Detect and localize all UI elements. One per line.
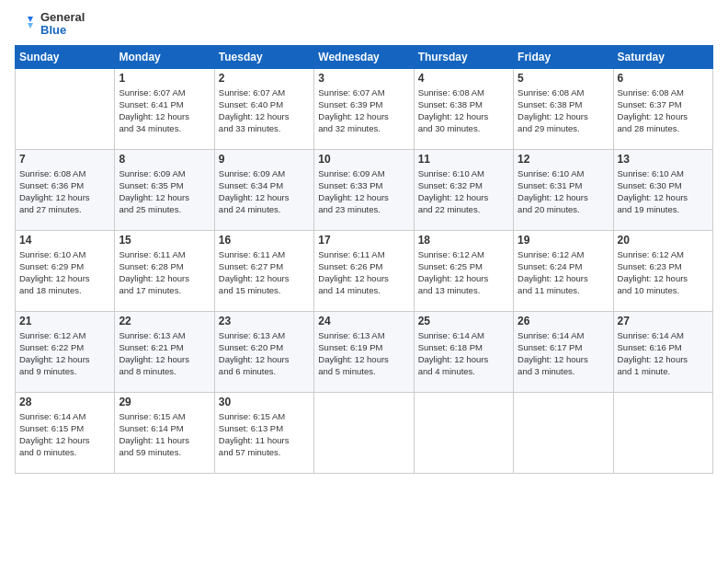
day-info: Sunrise: 6:09 AMSunset: 6:34 PMDaylight:… (219, 167, 310, 216)
day-number: 4 (418, 72, 509, 85)
weekday-header-sunday: Sunday (16, 45, 115, 68)
day-info: Sunrise: 6:10 AMSunset: 6:32 PMDaylight:… (418, 167, 509, 216)
calendar-week-row: 14Sunrise: 6:10 AMSunset: 6:29 PMDayligh… (16, 230, 713, 311)
day-info: Sunrise: 6:10 AMSunset: 6:30 PMDaylight:… (618, 167, 709, 216)
day-info: Sunrise: 6:11 AMSunset: 6:28 PMDaylight:… (119, 248, 210, 297)
calendar-cell: 11Sunrise: 6:10 AMSunset: 6:32 PMDayligh… (414, 149, 513, 230)
day-number: 18 (418, 234, 509, 247)
calendar-week-row: 7Sunrise: 6:08 AMSunset: 6:36 PMDaylight… (16, 149, 713, 230)
calendar-cell: 13Sunrise: 6:10 AMSunset: 6:30 PMDayligh… (613, 149, 712, 230)
calendar-cell: 3Sunrise: 6:07 AMSunset: 6:39 PMDaylight… (314, 68, 414, 149)
day-info: Sunrise: 6:15 AMSunset: 6:14 PMDaylight:… (119, 410, 210, 459)
calendar-cell: 18Sunrise: 6:12 AMSunset: 6:25 PMDayligh… (414, 230, 513, 311)
day-number: 6 (618, 72, 709, 85)
day-info: Sunrise: 6:12 AMSunset: 6:24 PMDaylight:… (518, 248, 609, 297)
calendar-table: SundayMondayTuesdayWednesdayThursdayFrid… (15, 45, 713, 474)
day-info: Sunrise: 6:09 AMSunset: 6:33 PMDaylight:… (318, 167, 409, 216)
day-info: Sunrise: 6:07 AMSunset: 6:40 PMDaylight:… (219, 86, 310, 135)
weekday-header-friday: Friday (514, 45, 613, 68)
calendar-cell: 23Sunrise: 6:13 AMSunset: 6:20 PMDayligh… (214, 311, 313, 392)
calendar-cell: 27Sunrise: 6:14 AMSunset: 6:16 PMDayligh… (613, 311, 712, 392)
day-number: 17 (318, 234, 409, 247)
day-number: 2 (219, 72, 310, 85)
calendar-cell (514, 392, 613, 473)
day-info: Sunrise: 6:10 AMSunset: 6:29 PMDaylight:… (19, 248, 110, 297)
calendar-cell: 17Sunrise: 6:11 AMSunset: 6:26 PMDayligh… (314, 230, 414, 311)
calendar-week-row: 1Sunrise: 6:07 AMSunset: 6:41 PMDaylight… (16, 68, 713, 149)
day-number: 1 (119, 72, 210, 85)
calendar-cell: 25Sunrise: 6:14 AMSunset: 6:18 PMDayligh… (414, 311, 513, 392)
calendar-cell (314, 392, 414, 473)
day-info: Sunrise: 6:12 AMSunset: 6:22 PMDaylight:… (19, 329, 110, 378)
calendar-cell: 15Sunrise: 6:11 AMSunset: 6:28 PMDayligh… (115, 230, 214, 311)
day-info: Sunrise: 6:11 AMSunset: 6:26 PMDaylight:… (318, 248, 409, 297)
logo-bird-icon (15, 13, 37, 35)
calendar-cell: 30Sunrise: 6:15 AMSunset: 6:13 PMDayligh… (214, 392, 313, 473)
weekday-header-saturday: Saturday (613, 45, 712, 68)
day-number: 9 (219, 153, 310, 166)
calendar-cell: 4Sunrise: 6:08 AMSunset: 6:38 PMDaylight… (414, 68, 513, 149)
day-number: 23 (219, 315, 310, 327)
day-info: Sunrise: 6:15 AMSunset: 6:13 PMDaylight:… (219, 410, 310, 459)
calendar-week-row: 28Sunrise: 6:14 AMSunset: 6:15 PMDayligh… (16, 392, 713, 473)
calendar-cell: 7Sunrise: 6:08 AMSunset: 6:36 PMDaylight… (16, 149, 115, 230)
calendar-cell: 20Sunrise: 6:12 AMSunset: 6:23 PMDayligh… (613, 230, 712, 311)
calendar-cell: 19Sunrise: 6:12 AMSunset: 6:24 PMDayligh… (514, 230, 613, 311)
day-info: Sunrise: 6:14 AMSunset: 6:18 PMDaylight:… (418, 329, 509, 378)
logo-general-text: General (40, 11, 85, 24)
calendar-cell: 12Sunrise: 6:10 AMSunset: 6:31 PMDayligh… (514, 149, 613, 230)
calendar-cell: 21Sunrise: 6:12 AMSunset: 6:22 PMDayligh… (16, 311, 115, 392)
day-number: 29 (119, 396, 210, 408)
calendar-cell: 6Sunrise: 6:08 AMSunset: 6:37 PMDaylight… (613, 68, 712, 149)
day-number: 28 (19, 396, 110, 408)
day-info: Sunrise: 6:08 AMSunset: 6:38 PMDaylight:… (418, 86, 509, 135)
calendar-cell: 29Sunrise: 6:15 AMSunset: 6:14 PMDayligh… (115, 392, 214, 473)
day-info: Sunrise: 6:14 AMSunset: 6:17 PMDaylight:… (518, 329, 609, 378)
calendar-week-row: 21Sunrise: 6:12 AMSunset: 6:22 PMDayligh… (16, 311, 713, 392)
day-info: Sunrise: 6:08 AMSunset: 6:38 PMDaylight:… (518, 86, 609, 135)
day-number: 26 (518, 315, 609, 327)
day-number: 14 (19, 234, 110, 247)
weekday-header-tuesday: Tuesday (214, 45, 313, 68)
calendar-cell: 10Sunrise: 6:09 AMSunset: 6:33 PMDayligh… (314, 149, 414, 230)
calendar-cell: 2Sunrise: 6:07 AMSunset: 6:40 PMDaylight… (214, 68, 313, 149)
calendar-cell: 9Sunrise: 6:09 AMSunset: 6:34 PMDaylight… (214, 149, 313, 230)
day-number: 3 (318, 72, 409, 85)
day-info: Sunrise: 6:14 AMSunset: 6:16 PMDaylight:… (618, 329, 709, 378)
calendar-cell: 28Sunrise: 6:14 AMSunset: 6:15 PMDayligh… (16, 392, 115, 473)
day-number: 8 (119, 153, 210, 166)
day-number: 19 (518, 234, 609, 247)
day-number: 16 (219, 234, 310, 247)
day-number: 11 (418, 153, 509, 166)
calendar-cell: 16Sunrise: 6:11 AMSunset: 6:27 PMDayligh… (214, 230, 313, 311)
day-number: 30 (219, 396, 310, 408)
logo-blue-text: Blue (40, 24, 85, 37)
day-number: 20 (618, 234, 709, 247)
weekday-header-thursday: Thursday (414, 45, 513, 68)
day-info: Sunrise: 6:13 AMSunset: 6:21 PMDaylight:… (119, 329, 210, 378)
calendar-cell: 22Sunrise: 6:13 AMSunset: 6:21 PMDayligh… (115, 311, 214, 392)
calendar-cell: 5Sunrise: 6:08 AMSunset: 6:38 PMDaylight… (514, 68, 613, 149)
weekday-header-monday: Monday (115, 45, 214, 68)
day-info: Sunrise: 6:07 AMSunset: 6:41 PMDaylight:… (119, 86, 210, 135)
day-info: Sunrise: 6:13 AMSunset: 6:20 PMDaylight:… (219, 329, 310, 378)
calendar-cell: 8Sunrise: 6:09 AMSunset: 6:35 PMDaylight… (115, 149, 214, 230)
page: General Blue SundayMondayTuesdayWednesda… (0, 0, 728, 563)
day-number: 21 (19, 315, 110, 327)
day-info: Sunrise: 6:07 AMSunset: 6:39 PMDaylight:… (318, 86, 409, 135)
calendar-cell: 26Sunrise: 6:14 AMSunset: 6:17 PMDayligh… (514, 311, 613, 392)
svg-marker-0 (28, 17, 33, 22)
logo: General Blue (15, 11, 85, 38)
day-info: Sunrise: 6:11 AMSunset: 6:27 PMDaylight:… (219, 248, 310, 297)
day-info: Sunrise: 6:08 AMSunset: 6:36 PMDaylight:… (19, 167, 110, 216)
calendar-cell (16, 68, 115, 149)
svg-marker-1 (28, 23, 33, 29)
calendar-header-row: SundayMondayTuesdayWednesdayThursdayFrid… (16, 45, 713, 68)
calendar-cell: 14Sunrise: 6:10 AMSunset: 6:29 PMDayligh… (16, 230, 115, 311)
day-info: Sunrise: 6:08 AMSunset: 6:37 PMDaylight:… (618, 86, 709, 135)
day-info: Sunrise: 6:14 AMSunset: 6:15 PMDaylight:… (19, 410, 110, 459)
day-number: 25 (418, 315, 509, 327)
day-number: 22 (119, 315, 210, 327)
header: General Blue (15, 11, 713, 38)
day-number: 12 (518, 153, 609, 166)
